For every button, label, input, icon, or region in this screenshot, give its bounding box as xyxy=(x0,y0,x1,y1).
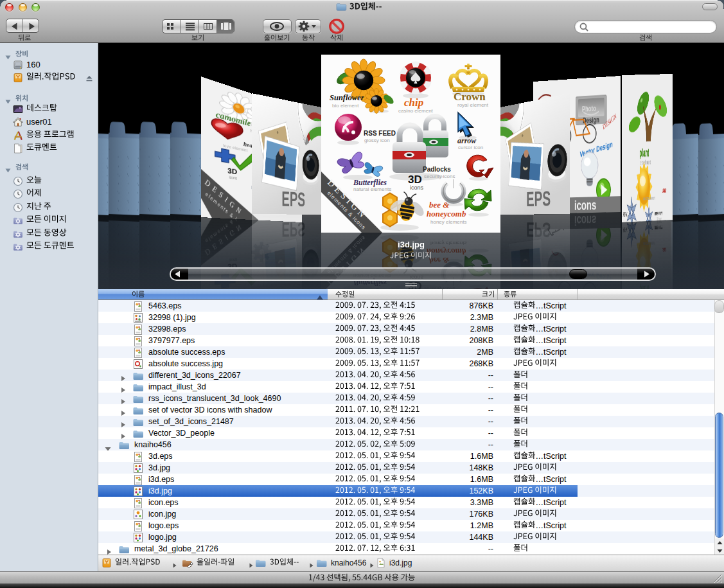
svg-text:sun: sun xyxy=(662,186,667,194)
svg-text:icons: icons xyxy=(229,175,237,181)
svg-text:Crown: Crown xyxy=(454,91,486,103)
svg-text:arrow: arrow xyxy=(457,136,477,145)
svg-text:honeycomb: honeycomb xyxy=(427,209,466,218)
svg-text:KFN.: KFN. xyxy=(622,211,628,218)
svg-text:sun: sun xyxy=(662,246,667,255)
svg-text:plant: plant xyxy=(640,147,649,159)
svg-text:glossy icon: glossy icon xyxy=(364,138,390,143)
svg-text:plant: plant xyxy=(640,283,649,289)
svg-text:Sunflower: Sunflower xyxy=(330,93,364,102)
svg-text:cursor icon: cursor icon xyxy=(458,145,483,150)
svg-text:bio element: bio element xyxy=(332,103,359,109)
svg-text:icons: icons xyxy=(574,197,596,213)
svg-text:RSS FEED: RSS FEED xyxy=(364,130,396,137)
svg-text:casino element: casino element xyxy=(398,108,434,114)
svg-text:security icons: security icons xyxy=(424,174,455,179)
svg-text:eco element: eco element xyxy=(640,159,651,166)
svg-text:icons: icons xyxy=(574,213,596,229)
svg-text:answers: answers xyxy=(655,224,663,233)
svg-text:EPS: EPS xyxy=(526,218,551,242)
svg-text:bee &: bee & xyxy=(429,200,449,209)
svg-text:EPS: EPS xyxy=(281,187,305,210)
svg-text:weather element: weather element xyxy=(643,195,656,201)
svg-text:KFN.: KFN. xyxy=(622,226,628,233)
svg-text:honey elements: honey elements xyxy=(430,219,466,225)
svg-text:chip: chip xyxy=(404,96,423,109)
svg-text:royal element: royal element xyxy=(457,102,489,108)
svg-text:icons: icons xyxy=(229,257,237,262)
svg-text:Butterflies: Butterflies xyxy=(353,178,387,187)
svg-text:Padlocks: Padlocks xyxy=(423,166,451,173)
svg-text:EPS: EPS xyxy=(281,218,305,242)
svg-text:Photo: Photo xyxy=(582,103,596,113)
svg-text:icons: icons xyxy=(410,184,424,191)
svg-text:natural elements: natural elements xyxy=(353,186,391,192)
svg-text:weather element: weather element xyxy=(643,241,656,247)
svg-text:EPS: EPS xyxy=(526,186,551,211)
svg-text:3d icon: 3d icon xyxy=(657,220,662,225)
